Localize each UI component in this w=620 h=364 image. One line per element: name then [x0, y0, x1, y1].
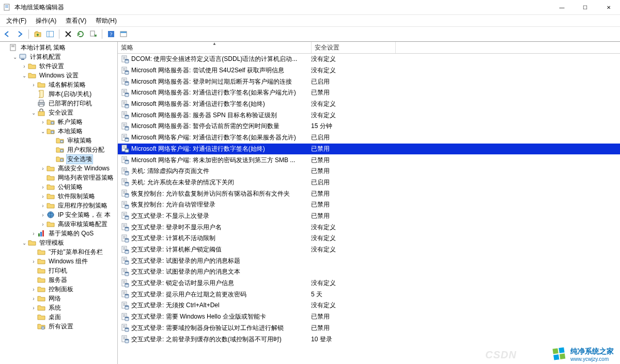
menu-action[interactable]: 操作(A): [32, 15, 60, 26]
list-row[interactable]: 交互式登录: 登录时不显示用户名没有定义: [118, 221, 620, 233]
back-button[interactable]: [2, 29, 12, 39]
list-row[interactable]: Microsoft 网络客户端: 对通信进行数字签名(如果服务器允许)已启用: [118, 132, 620, 144]
column-header-setting[interactable]: 安全设置: [312, 42, 396, 53]
tree-item[interactable]: ⌄管理模板: [0, 238, 117, 247]
menu-help[interactable]: 帮助(H): [91, 15, 121, 26]
close-button[interactable]: ✕: [597, 0, 620, 14]
export-list-icon[interactable]: [88, 29, 98, 39]
minimize-button[interactable]: —: [550, 0, 574, 14]
chevron-right-icon[interactable]: ›: [39, 166, 47, 171]
tree-item[interactable]: ›用户权限分配: [0, 145, 117, 154]
tree-pane[interactable]: ›本地计算机 策略⌄计算机配置›软件设置⌄Windows 设置›域名解析策略›脚…: [0, 42, 118, 364]
list-row[interactable]: Microsoft 网络服务器: 尝试使用 S4U2Self 获取声明信息没有定…: [118, 65, 620, 76]
tree-item[interactable]: ›"开始"菜单和任务栏: [0, 247, 117, 257]
list-row[interactable]: 交互式登录: 需要 Windows Hello 企业版或智能卡已禁用: [118, 311, 620, 323]
list-row[interactable]: 交互式登录: 之前登录到缓存的次数(域控制器不可用时)10 登录: [118, 334, 620, 345]
chevron-right-icon[interactable]: ›: [39, 212, 47, 218]
list-row[interactable]: Microsoft 网络服务器: 登录时间过期后断开与客户端的连接已启用: [118, 76, 620, 87]
maximize-button[interactable]: ☐: [574, 0, 597, 14]
list-row[interactable]: 交互式登录: 试图登录的用户的消息标题: [118, 255, 620, 266]
tree-item[interactable]: ›域名解析策略: [0, 80, 117, 89]
tree-item[interactable]: ›网络列表管理器策略: [0, 173, 117, 182]
svg-rect-137: [123, 247, 126, 248]
column-header-policy[interactable]: 策略 ▲: [118, 42, 312, 53]
list-row[interactable]: Microsoft 网络服务器: 服务器 SPN 目标名称验证级别没有定义: [118, 109, 620, 121]
list-row[interactable]: 交互式登录: 计算机不活动限制没有定义: [118, 233, 620, 244]
tree-item[interactable]: ⌄计算机配置: [0, 52, 117, 61]
tree-item[interactable]: ›高级审核策略配置: [0, 219, 117, 229]
list-row[interactable]: Microsoft 网络客户端: 对通信进行数字签名(始终)已禁用: [118, 144, 620, 155]
chevron-down-icon[interactable]: ⌄: [11, 54, 19, 60]
list-row[interactable]: Microsoft 网络服务器: 暂停会话前所需的空闲时间数量15 分钟: [118, 121, 620, 132]
chevron-down-icon[interactable]: ⌄: [21, 240, 28, 246]
chevron-right-icon[interactable]: ›: [21, 64, 28, 69]
list-row[interactable]: 交互式登录: 无须按 Ctrl+Alt+Del没有定义: [118, 300, 620, 311]
tree-item[interactable]: ›控制面板: [0, 284, 117, 294]
chevron-down-icon[interactable]: ⌄: [39, 129, 47, 134]
menu-view[interactable]: 查看(V): [61, 15, 90, 26]
properties-icon[interactable]: [118, 29, 129, 39]
chevron-right-icon[interactable]: ›: [30, 82, 37, 88]
tree-item[interactable]: ›网络: [0, 294, 117, 303]
tree-item[interactable]: ›高级安全 Windows: [0, 164, 117, 173]
chevron-right-icon[interactable]: ›: [39, 184, 47, 190]
chevron-down-icon[interactable]: ⌄: [21, 73, 28, 78]
list-row[interactable]: Microsoft 网络客户端: 将未加密的密码发送到第三方 SMB ...已禁…: [118, 154, 620, 166]
tree-item[interactable]: ›系统: [0, 303, 117, 312]
tree-item[interactable]: ›所有设置: [0, 322, 117, 331]
tree-item[interactable]: ›本地计算机 策略: [0, 43, 117, 52]
chevron-right-icon[interactable]: ›: [30, 259, 37, 264]
list-row[interactable]: 交互式登录: 提示用户在过期之前更改密码5 天: [118, 289, 620, 300]
up-level-icon[interactable]: [33, 29, 43, 39]
folder-s-icon: [56, 136, 64, 145]
list-row[interactable]: 关机: 清除虚拟内存页面文件已禁用: [118, 166, 620, 177]
tree-item[interactable]: ›Windows 组件: [0, 257, 117, 266]
tree-item[interactable]: ›脚本(启动/关机): [0, 89, 117, 99]
chevron-right-icon[interactable]: ›: [30, 296, 37, 302]
list-body[interactable]: DCOM: 使用安全描述符定义语言(SDDL)语法的计算机启动...没有定义Mi…: [118, 54, 620, 364]
tree-item[interactable]: ›已部署的打印机: [0, 99, 117, 108]
list-row[interactable]: 交互式登录: 需要域控制器身份验证以对工作站进行解锁已禁用: [118, 323, 620, 334]
list-row[interactable]: DCOM: 使用安全描述符定义语言(SDDL)语法的计算机启动...没有定义: [118, 54, 620, 65]
list-row[interactable]: 交互式登录: 不显示上次登录已禁用: [118, 211, 620, 222]
list-row[interactable]: 交互式登录: 试图登录的用户的消息文本: [118, 266, 620, 278]
tree-item[interactable]: ›基于策略的 QoS: [0, 229, 117, 238]
tree-item[interactable]: ⌄安全设置: [0, 108, 117, 117]
help-icon[interactable]: ?: [106, 29, 116, 39]
tree-item[interactable]: ›软件限制策略: [0, 192, 117, 201]
delete-icon[interactable]: [63, 29, 73, 39]
tree-item[interactable]: ›IP 安全策略，在 本: [0, 210, 117, 219]
folder-icon: [28, 239, 36, 247]
chevron-right-icon[interactable]: ›: [30, 231, 37, 236]
chevron-right-icon[interactable]: ›: [39, 194, 47, 199]
chevron-right-icon[interactable]: ›: [39, 221, 47, 227]
chevron-right-icon[interactable]: ›: [39, 203, 47, 209]
list-row[interactable]: 恢复控制台: 允许软盘复制并访问所有驱动器和所有文件夹已禁用: [118, 188, 620, 199]
tree-item[interactable]: ›审核策略: [0, 136, 117, 145]
menu-file[interactable]: 文件(F): [2, 15, 30, 26]
tree-item[interactable]: ⌄Windows 设置: [0, 71, 117, 80]
show-tree-icon[interactable]: [45, 29, 55, 39]
svg-rect-180: [123, 326, 126, 327]
tree-item[interactable]: ›应用程序控制策略: [0, 201, 117, 210]
tree-item[interactable]: ›打印机: [0, 266, 117, 275]
list-row[interactable]: Microsoft 网络服务器: 对通信进行数字签名(如果客户端允许)已禁用: [118, 87, 620, 99]
refresh-icon[interactable]: [75, 29, 86, 39]
list-row[interactable]: 交互式登录: 计算机帐户锁定阈值没有定义: [118, 244, 620, 256]
list-row[interactable]: Microsoft 网络服务器: 对通信进行数字签名(始终)没有定义: [118, 99, 620, 110]
list-row[interactable]: 交互式登录: 锁定会话时显示用户信息没有定义: [118, 278, 620, 289]
list-row[interactable]: 关机: 允许系统在未登录的情况下关闭已启用: [118, 177, 620, 188]
tree-item[interactable]: ›服务器: [0, 275, 117, 284]
tree-item[interactable]: ⌄本地策略: [0, 126, 117, 136]
chevron-right-icon[interactable]: ›: [39, 119, 47, 125]
chevron-down-icon[interactable]: ⌄: [30, 110, 37, 116]
chevron-right-icon[interactable]: ›: [30, 287, 37, 292]
chevron-right-icon[interactable]: ›: [30, 305, 37, 311]
tree-item[interactable]: ›帐户策略: [0, 117, 117, 126]
tree-item[interactable]: ›公钥策略: [0, 182, 117, 192]
forward-button[interactable]: [14, 29, 25, 39]
tree-item[interactable]: ›软件设置: [0, 61, 117, 71]
list-row[interactable]: 恢复控制台: 允许自动管理登录已禁用: [118, 199, 620, 211]
tree-item[interactable]: ›安全选项: [0, 154, 117, 164]
tree-item[interactable]: ›桌面: [0, 312, 117, 322]
